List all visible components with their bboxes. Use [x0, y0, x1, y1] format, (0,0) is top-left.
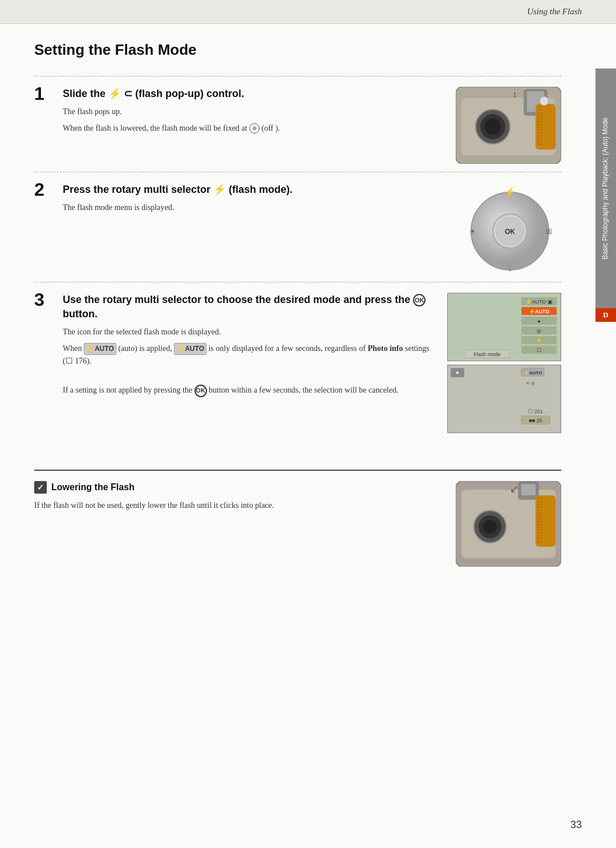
step-2-number: 2	[34, 180, 63, 199]
sidebar-tab-dot: D	[595, 308, 616, 322]
note-section: ✓ Lowering the Flash If the flash will n…	[34, 470, 561, 567]
sidebar-dot-label: D	[603, 310, 608, 320]
svg-text:◎: ◎	[537, 328, 541, 334]
step-1-content: Slide the ⚡ ⊂ (flash pop-up) control. Th…	[63, 87, 456, 138]
step-3-image: ⚡AUTO ▣ ⚡AUTO ● ◎ ⚡ ☐ Flash mode	[447, 293, 561, 433]
step-2-image: OK ⚡ ☀ ☒ ↓	[459, 183, 561, 274]
svg-text:☀: ☀	[469, 228, 476, 236]
step-1-heading: Slide the ⚡ ⊂ (flash pop-up) control.	[63, 87, 444, 101]
page-header: Using the Flash	[0, 0, 616, 24]
camera-lower-svg: ↙	[456, 481, 561, 567]
flash-auto-badge-2: ⚡AUTO	[174, 343, 206, 355]
note-check-icon: ✓	[34, 481, 47, 494]
svg-text:●: ●	[537, 318, 540, 324]
page-container: Using the Flash Basic Photography and Pl…	[0, 0, 616, 848]
svg-point-6	[485, 119, 501, 135]
step-2-content: Press the rotary multi selector ⚡ (flash…	[63, 183, 459, 218]
step-1-image: ↕	[456, 87, 561, 164]
rotary-dial-svg: OK ⚡ ☀ ☒ ↓	[464, 183, 556, 274]
page-number: 33	[570, 819, 582, 831]
note-image: ↙	[456, 481, 561, 567]
svg-text:OK: OK	[505, 228, 515, 236]
step-3-number: 3	[34, 290, 63, 309]
step-2-heading: Press the rotary multi selector ⚡ (flash…	[63, 183, 447, 197]
svg-point-51	[483, 520, 497, 534]
svg-text:■: ■	[456, 370, 459, 375]
step-1-section: 1 Slide the ⚡ ⊂ (flash pop-up) control. …	[34, 76, 561, 172]
sidebar-tab-text: Basic Photography and Playback: (Auto) M…	[599, 113, 613, 264]
note-title-text: Lowering the Flash	[51, 482, 135, 492]
step-1-number: 1	[34, 84, 63, 103]
header-title: Using the Flash	[527, 7, 582, 16]
svg-text:■■  25: ■■ 25	[529, 418, 542, 423]
lcd-screen-1-svg: ⚡AUTO ▣ ⚡AUTO ● ◎ ⚡ ☐ Flash mode	[447, 293, 561, 361]
step-3-subtext-2: When ⚡AUTO (auto) is applied, ⚡AUTO is o…	[63, 342, 436, 368]
svg-text:☀⊕: ☀⊕	[525, 380, 535, 386]
step-2-section: 2 Press the rotary multi selector ⚡ (fla…	[34, 172, 561, 282]
step-3-section: 3 Use the rotary multi selector to choos…	[34, 282, 561, 441]
svg-text:☒: ☒	[546, 228, 552, 236]
ok-button-symbol: OK	[413, 294, 425, 306]
off-icon: ⊕	[249, 123, 260, 134]
svg-text:↓: ↓	[508, 264, 512, 273]
flash-auto-badge: ⚡AUTO	[84, 343, 116, 355]
svg-text:↙: ↙	[510, 483, 518, 495]
page-title: Setting the Flash Mode	[34, 41, 561, 62]
svg-text:⚡AUTO ▣: ⚡AUTO ▣	[525, 298, 552, 305]
svg-point-10	[540, 96, 549, 106]
step-3-subtext-1: The icon for the selected flash mode is …	[63, 326, 436, 338]
step-3-heading: Use the rotary multi selector to choose …	[63, 293, 436, 321]
svg-text:☐ 251: ☐ 251	[528, 409, 543, 414]
step-3-content: Use the rotary multi selector to choose …	[63, 293, 447, 401]
svg-text:↕: ↕	[513, 90, 517, 99]
lcd-screen-2-svg: ■ ⚡AUTO ☀⊕ ■■ 25 ☐ 251	[447, 365, 561, 433]
step-1-subtext-1: The flash pops up.	[63, 106, 444, 118]
svg-text:☐: ☐	[537, 348, 541, 353]
svg-text:Flash mode: Flash mode	[473, 352, 500, 357]
right-sidebar-tab: Basic Photography and Playback: (Auto) M…	[595, 68, 616, 308]
step-3-subtext-3: If a setting is not applied by pressing …	[63, 371, 436, 397]
step-1-subtext-2: When the flash is lowered, the flash mod…	[63, 122, 444, 135]
svg-text:⚡AUTO: ⚡AUTO	[529, 308, 549, 315]
ok-button-symbol-2: OK	[194, 385, 207, 397]
svg-text:⚡: ⚡	[536, 337, 543, 344]
svg-text:⚡AUTO: ⚡AUTO	[524, 370, 542, 375]
note-content: ✓ Lowering the Flash If the flash will n…	[34, 481, 442, 512]
step-2-subtext-1: The flash mode menu is displayed.	[63, 201, 447, 214]
note-text: If the flash will not be used, gently lo…	[34, 499, 442, 512]
note-title: ✓ Lowering the Flash	[34, 481, 442, 494]
svg-text:⚡: ⚡	[504, 187, 516, 197]
camera-top-svg: ↕	[456, 87, 561, 164]
main-content: Setting the Flash Mode 1 Slide the ⚡ ⊂ (…	[0, 24, 595, 589]
svg-rect-47	[521, 484, 536, 495]
